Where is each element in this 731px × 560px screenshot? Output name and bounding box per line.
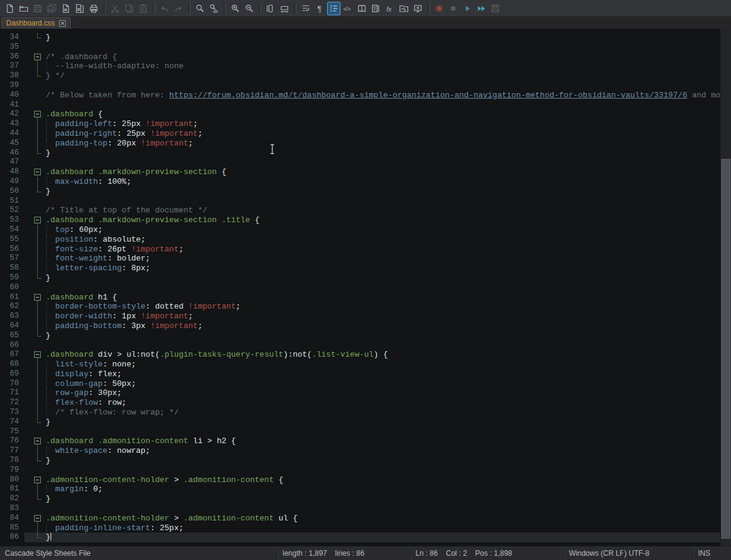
code-line[interactable]: 86} bbox=[0, 533, 721, 542]
scrollbar-thumb[interactable] bbox=[721, 159, 730, 539]
code-line[interactable]: 61.dashboard h1 { bbox=[0, 293, 721, 303]
status-eol-format[interactable]: Windows (CR LF) bbox=[563, 547, 623, 560]
folder-as-workspace-button[interactable] bbox=[397, 2, 411, 15]
code-line[interactable]: 74} bbox=[0, 418, 721, 427]
undo-button[interactable] bbox=[158, 2, 171, 15]
define-language-button[interactable] bbox=[341, 2, 355, 15]
code-line[interactable]: 68 list-style: none; bbox=[0, 360, 721, 369]
code-line[interactable]: 65} bbox=[0, 331, 721, 341]
sync-horizontal-scroll-button[interactable] bbox=[278, 2, 291, 15]
code-line[interactable]: 51 bbox=[0, 197, 721, 206]
code-line[interactable]: 48.dashboard .markdown-preview-section { bbox=[0, 167, 721, 177]
code-line[interactable]: 57 font-weight: bolder; bbox=[0, 254, 721, 264]
fold-toggle[interactable] bbox=[32, 475, 43, 485]
close-file-button[interactable] bbox=[59, 2, 72, 15]
fold-collapse-icon[interactable] bbox=[34, 217, 41, 223]
code-line[interactable]: 85 padding-inline-start: 25px; bbox=[0, 523, 721, 533]
code-line[interactable]: 81 margin: 0; bbox=[0, 485, 721, 494]
fold-toggle[interactable] bbox=[32, 293, 43, 303]
code-line[interactable]: 50} bbox=[0, 187, 721, 197]
save-file-button[interactable] bbox=[31, 2, 44, 15]
document-map-button[interactable] bbox=[355, 2, 369, 15]
code-line[interactable]: 44 padding-right: 25px !important; bbox=[0, 129, 721, 139]
code-line[interactable]: 69 display: flex; bbox=[0, 369, 721, 379]
code-line[interactable]: 36/* .dashboard { bbox=[0, 52, 721, 62]
code-line[interactable]: 42.dashboard { bbox=[0, 110, 721, 119]
macro-save-button[interactable] bbox=[489, 2, 502, 15]
new-file-button[interactable] bbox=[3, 2, 16, 15]
copy-button[interactable] bbox=[122, 2, 136, 15]
fold-collapse-icon[interactable] bbox=[34, 515, 41, 522]
cut-button[interactable] bbox=[108, 2, 122, 15]
sync-vertical-scroll-button[interactable] bbox=[264, 2, 277, 15]
show-indent-guide-button[interactable] bbox=[327, 2, 341, 15]
code-line[interactable]: 84.admonition-content-holder > .admoniti… bbox=[0, 514, 721, 523]
function-list-button[interactable] bbox=[383, 2, 397, 15]
code-line[interactable]: 45 padding-top: 20px !important; bbox=[0, 139, 721, 149]
zoom-out-button[interactable] bbox=[242, 2, 256, 15]
vertical-scrollbar[interactable] bbox=[720, 29, 731, 546]
save-all-button[interactable] bbox=[45, 2, 58, 15]
code-line[interactable]: 40/* Below taken from here: https://foru… bbox=[0, 91, 721, 100]
replace-button[interactable] bbox=[207, 2, 221, 15]
code-line[interactable]: 63 border-width: 1px !important; bbox=[0, 312, 721, 321]
close-all-button[interactable] bbox=[73, 2, 87, 15]
code-line[interactable]: 67.dashboard div > ul:not(.plugin-tasks-… bbox=[0, 350, 721, 360]
code-line[interactable]: 41 bbox=[0, 100, 721, 110]
status-insert-mode[interactable]: INS bbox=[693, 547, 731, 560]
code-line[interactable]: 70 column-gap: 50px; bbox=[0, 379, 721, 389]
fold-collapse-icon[interactable] bbox=[34, 477, 41, 483]
tab-close-icon[interactable]: × bbox=[59, 20, 66, 27]
fold-toggle[interactable] bbox=[32, 52, 43, 62]
fold-collapse-icon[interactable] bbox=[34, 111, 41, 117]
code-line[interactable]: 77 white-space: nowrap; bbox=[0, 446, 721, 456]
code-line[interactable]: 52/* Title at top of the document */ bbox=[0, 206, 721, 215]
macro-record-button[interactable] bbox=[433, 2, 446, 15]
macro-playback-button[interactable] bbox=[461, 2, 474, 15]
code-line[interactable]: 80.admonition-content-holder > .admoniti… bbox=[0, 475, 721, 485]
code-line[interactable]: 60 bbox=[0, 283, 721, 293]
code-line[interactable]: 56 font-size: 26pt !important; bbox=[0, 245, 721, 254]
code-line[interactable]: 49 max-width: 100%; bbox=[0, 177, 721, 187]
fold-collapse-icon[interactable] bbox=[34, 351, 41, 358]
fold-toggle[interactable] bbox=[32, 167, 43, 177]
code-line[interactable]: 39 bbox=[0, 81, 721, 91]
fold-collapse-icon[interactable] bbox=[34, 54, 41, 60]
find-button[interactable] bbox=[193, 2, 207, 15]
zoom-in-button[interactable] bbox=[228, 2, 242, 15]
paste-button[interactable] bbox=[136, 2, 150, 15]
code-line[interactable]: 62 border-bottom-style: dotted !importan… bbox=[0, 302, 721, 312]
fold-collapse-icon[interactable] bbox=[34, 294, 41, 301]
open-file-button[interactable] bbox=[17, 2, 30, 15]
redo-button[interactable] bbox=[172, 2, 185, 15]
code-line[interactable]: 73 /* flex-flow: row wrap; */ bbox=[0, 408, 721, 418]
status-encoding[interactable]: UTF-8 bbox=[623, 547, 693, 560]
macro-run-multiple-button[interactable] bbox=[475, 2, 488, 15]
code-line[interactable]: 37 --line-width-adaptive: none bbox=[0, 61, 721, 71]
show-all-characters-button[interactable] bbox=[313, 2, 327, 15]
code-line[interactable]: 71 row-gap: 30px; bbox=[0, 388, 721, 398]
code-line[interactable]: 47 bbox=[0, 158, 721, 167]
fold-toggle[interactable] bbox=[32, 110, 43, 119]
code-line[interactable]: 72 flex-flow: row; bbox=[0, 398, 721, 408]
code-line[interactable]: 34} bbox=[0, 33, 721, 43]
code-line[interactable]: 82} bbox=[0, 494, 721, 504]
tab-dashboard-css[interactable]: Dashboard.css × bbox=[1, 17, 71, 29]
code-line[interactable]: 76.dashboard .admonition-content li > h2… bbox=[0, 436, 721, 446]
code-line[interactable]: 78} bbox=[0, 456, 721, 466]
code-line[interactable]: 43 padding-left: 25px !important; bbox=[0, 119, 721, 129]
monitoring-button[interactable] bbox=[411, 2, 425, 15]
fold-toggle[interactable] bbox=[32, 514, 43, 523]
code-line[interactable]: 35 bbox=[0, 43, 721, 52]
code-line[interactable]: 64 padding-bottom: 3px !important; bbox=[0, 321, 721, 331]
code-line[interactable]: 53.dashboard .markdown-preview-section .… bbox=[0, 215, 721, 225]
editor[interactable]: 34}3536/* .dashboard {37 --line-width-ad… bbox=[0, 29, 731, 546]
macro-stop-button[interactable] bbox=[447, 2, 460, 15]
code-line[interactable]: 46} bbox=[0, 149, 721, 158]
code-line[interactable]: 79 bbox=[0, 466, 721, 475]
code-line[interactable]: 38} */ bbox=[0, 71, 721, 81]
fold-toggle[interactable] bbox=[32, 436, 43, 446]
code-line[interactable]: 66 bbox=[0, 341, 721, 351]
fold-toggle[interactable] bbox=[32, 350, 43, 360]
print-button[interactable] bbox=[87, 2, 101, 15]
